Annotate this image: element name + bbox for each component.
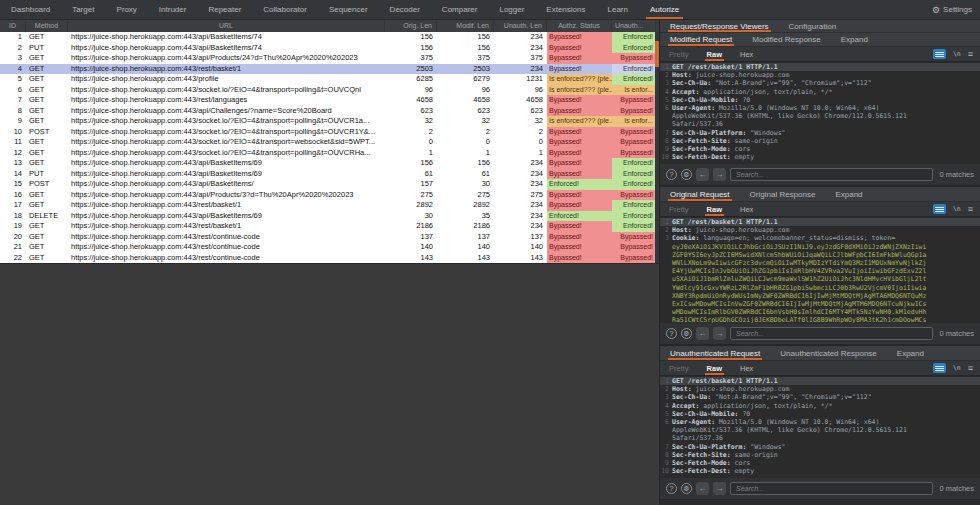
newline-toggle-icon[interactable]: \n bbox=[953, 364, 961, 372]
table-row[interactable]: 19 GET https://juice-shop.herokuapp.com:… bbox=[0, 221, 659, 232]
table-row[interactable]: 15 POST https://juice-shop.herokuapp.com… bbox=[0, 179, 659, 190]
column-header[interactable]: Authz. Status bbox=[547, 20, 612, 32]
syntax-highlight-icon[interactable] bbox=[933, 49, 946, 59]
syntax-highlight-icon[interactable] bbox=[933, 363, 946, 373]
next-match-icon[interactable]: → bbox=[713, 482, 726, 495]
tab-pretty[interactable]: Pretty bbox=[660, 361, 698, 375]
tab-original-response[interactable]: Original Response bbox=[740, 187, 826, 201]
unauthenticated-request-editor[interactable]: 1GET /rest/basket/1 HTTP/1.1 2Host: juic… bbox=[660, 376, 980, 478]
tab-expand[interactable]: Expand bbox=[831, 33, 878, 46]
table-row[interactable]: 12 GET https://juice-shop.herokuapp.com:… bbox=[0, 148, 659, 159]
tab-raw[interactable]: Raw bbox=[698, 361, 731, 375]
table-row[interactable]: 14 PUT https://juice-shop.herokuapp.com:… bbox=[0, 169, 659, 180]
original-format-tabs: Pretty Raw Hex \n ≡ bbox=[660, 202, 980, 217]
tab-original-request[interactable]: Original Request bbox=[660, 187, 740, 201]
table-row[interactable]: 2 PUT https://juice-shop.herokuapp.com:4… bbox=[0, 43, 659, 54]
tab-unauthenticated-request[interactable]: Unauthenticated Request bbox=[660, 346, 770, 360]
table-row[interactable]: 1 GET https://juice-shop.herokuapp.com:4… bbox=[0, 32, 659, 43]
menu-item[interactable]: Proxy bbox=[105, 0, 147, 19]
tab-configuration[interactable]: Configuration bbox=[779, 20, 847, 32]
table-row[interactable]: 6 GET https://juice-shop.herokuapp.com:4… bbox=[0, 85, 659, 96]
tab-expand[interactable]: Expand bbox=[825, 187, 872, 201]
search-settings-icon[interactable]: ⚙ bbox=[681, 483, 692, 494]
modified-request-editor[interactable]: 1GET /rest/basket/1 HTTP/1.1 2Host: juic… bbox=[660, 62, 980, 164]
table-row[interactable]: 18 DELETE https://juice-shop.herokuapp.c… bbox=[0, 211, 659, 222]
table-row[interactable]: 10 POST https://juice-shop.herokuapp.com… bbox=[0, 127, 659, 138]
table-row[interactable]: 20 GET https://juice-shop.herokuapp.com:… bbox=[0, 232, 659, 243]
help-icon[interactable]: ? bbox=[666, 483, 677, 494]
row-orig-len: 157 bbox=[385, 179, 437, 190]
table-row[interactable]: 16 GET https://juice-shop.herokuapp.com:… bbox=[0, 190, 659, 201]
tab-expand[interactable]: Expand bbox=[887, 346, 934, 360]
menu-item[interactable]: Learn bbox=[597, 0, 639, 19]
editor-line: Safari/537.36 bbox=[660, 434, 980, 442]
tab-request-response-viewers[interactable]: Request/Response Viewers bbox=[660, 20, 779, 32]
search-input[interactable] bbox=[730, 327, 933, 340]
table-row[interactable]: 11 GET https://juice-shop.herokuapp.com:… bbox=[0, 137, 659, 148]
help-icon[interactable]: ? bbox=[666, 328, 677, 339]
table-row[interactable]: 4 GET https://juice-shop.herokuapp.com:4… bbox=[0, 64, 659, 75]
table-row[interactable]: 13 GET https://juice-shop.herokuapp.com:… bbox=[0, 158, 659, 169]
table-row[interactable]: 22 GET https://juice-shop.herokuapp.com:… bbox=[0, 253, 659, 264]
tab-hex[interactable]: Hex bbox=[731, 202, 762, 216]
original-request-editor[interactable]: 1GET /rest/basket/1 HTTP/1.1 2Host: juic… bbox=[660, 217, 980, 323]
tab-pretty[interactable]: Pretty bbox=[660, 202, 698, 216]
tab-pretty[interactable]: Pretty bbox=[660, 47, 698, 61]
settings-button[interactable]: ⚙ Settings bbox=[932, 0, 980, 19]
table-header[interactable]: ID Method URL Orig. Len Modif. Len Unaut… bbox=[0, 20, 659, 32]
menu-item[interactable]: Sequencer bbox=[318, 0, 379, 19]
column-header[interactable]: Unauth. Len bbox=[494, 20, 547, 32]
table-row[interactable]: 7 GET https://juice-shop.herokuapp.com:4… bbox=[0, 95, 659, 106]
column-header[interactable]: Orig. Len bbox=[385, 20, 437, 32]
help-icon[interactable]: ? bbox=[666, 169, 677, 180]
tab-hex[interactable]: Hex bbox=[731, 361, 762, 375]
table-row[interactable]: 5 GET https://juice-shop.herokuapp.com:4… bbox=[0, 74, 659, 85]
newline-toggle-icon[interactable]: \n bbox=[953, 50, 961, 58]
prev-match-icon[interactable]: ← bbox=[696, 168, 709, 181]
menu-item[interactable]: Intruder bbox=[148, 0, 198, 19]
editor-menu-icon[interactable]: ≡ bbox=[968, 50, 973, 59]
menu-item[interactable]: Comparer bbox=[431, 0, 489, 19]
tab-unauthenticated-response[interactable]: Unauthenticated Response bbox=[770, 346, 887, 360]
row-unauth-status: Bypassed! bbox=[612, 106, 656, 117]
row-authz-status: Enforced! bbox=[547, 179, 612, 190]
menu-item[interactable]: Extensions bbox=[535, 0, 596, 19]
editor-menu-icon[interactable]: ≡ bbox=[968, 364, 973, 373]
tab-hex[interactable]: Hex bbox=[731, 47, 762, 61]
search-input[interactable] bbox=[730, 168, 933, 181]
search-settings-icon[interactable]: ⚙ bbox=[681, 169, 692, 180]
table-row[interactable]: 3 GET https://juice-shop.herokuapp.com:4… bbox=[0, 53, 659, 64]
newline-toggle-icon[interactable]: \n bbox=[953, 205, 961, 213]
column-header[interactable]: ID bbox=[0, 20, 26, 32]
tab-modified-request[interactable]: Modified Request bbox=[660, 33, 742, 46]
table-scrollbar-thumb[interactable] bbox=[655, 41, 659, 67]
next-match-icon[interactable]: → bbox=[713, 168, 726, 181]
column-header[interactable]: Unauth... bbox=[612, 20, 656, 32]
menu-item[interactable]: Collaborator bbox=[252, 0, 318, 19]
editor-menu-icon[interactable]: ≡ bbox=[968, 205, 973, 214]
search-settings-icon[interactable]: ⚙ bbox=[681, 328, 692, 339]
menu-item[interactable]: Target bbox=[61, 0, 105, 19]
table-row[interactable]: 17 GET https://juice-shop.herokuapp.com:… bbox=[0, 200, 659, 211]
line-number bbox=[660, 284, 672, 292]
column-header[interactable]: URL bbox=[68, 20, 385, 32]
syntax-highlight-icon[interactable] bbox=[933, 204, 946, 214]
row-unauth-len: 2 bbox=[494, 127, 547, 138]
next-match-icon[interactable]: → bbox=[713, 327, 726, 340]
column-header[interactable]: Modif. Len bbox=[437, 20, 494, 32]
tab-raw[interactable]: Raw bbox=[698, 47, 731, 61]
tab-raw[interactable]: Raw bbox=[698, 202, 731, 216]
menu-item[interactable]: Decoder bbox=[379, 0, 431, 19]
table-row[interactable]: 9 GET https://juice-shop.herokuapp.com:4… bbox=[0, 116, 659, 127]
menu-item[interactable]: Dashboard bbox=[0, 0, 61, 19]
menu-item[interactable]: Logger bbox=[488, 0, 535, 19]
menu-item[interactable]: Repeater bbox=[197, 0, 252, 19]
prev-match-icon[interactable]: ← bbox=[696, 327, 709, 340]
table-row[interactable]: 8 GET https://juice-shop.herokuapp.com:4… bbox=[0, 106, 659, 117]
search-input[interactable] bbox=[730, 482, 933, 495]
menu-item[interactable]: Autorize bbox=[639, 0, 690, 19]
tab-modified-response[interactable]: Modified Response bbox=[742, 33, 830, 46]
prev-match-icon[interactable]: ← bbox=[696, 482, 709, 495]
column-header[interactable]: Method bbox=[26, 20, 68, 32]
table-row[interactable]: 21 GET https://juice-shop.herokuapp.com:… bbox=[0, 242, 659, 253]
